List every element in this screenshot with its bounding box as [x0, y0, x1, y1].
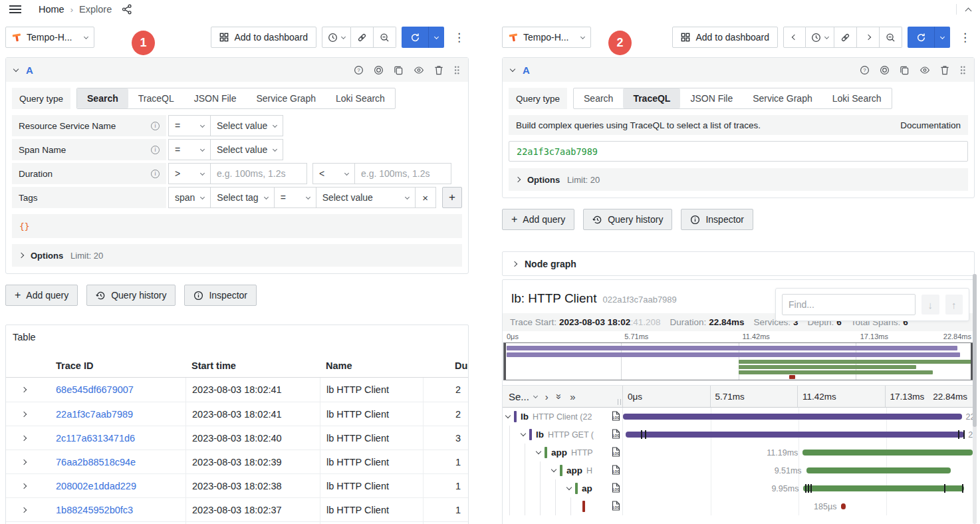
node-graph-panel[interactable]: Node graph [502, 251, 975, 276]
span-op-select[interactable]: = [168, 139, 211, 160]
breadcrumb-home[interactable]: Home [39, 4, 64, 15]
tab-json-file[interactable]: JSON File [680, 88, 743, 108]
span-bar[interactable] [623, 414, 962, 420]
drag-handle-icon[interactable] [959, 65, 966, 75]
disable-query-icon[interactable] [880, 65, 890, 75]
inspector-button[interactable]: Inspector [184, 285, 257, 306]
time-shift-forward-button[interactable] [857, 27, 880, 48]
help-icon[interactable]: ? [860, 65, 870, 75]
tab-search[interactable]: Search [574, 88, 623, 108]
duplicate-query-icon[interactable] [900, 65, 910, 75]
span-row[interactable]: LOG185µs [503, 497, 974, 515]
disable-query-icon[interactable] [374, 65, 384, 75]
span-logs-icon[interactable]: LOG [612, 501, 620, 511]
add-to-dashboard-button[interactable]: Add to dashboard [211, 27, 316, 48]
options-collapse[interactable]: Options Limit: 20 [12, 244, 462, 267]
col-name[interactable]: Name [320, 354, 423, 377]
tag-value-select[interactable]: Select value [316, 187, 416, 208]
row-expander[interactable] [6, 378, 38, 402]
span-row[interactable]: appHTTPLOG11.19ms [503, 444, 974, 461]
scrollbar[interactable] [973, 274, 977, 524]
collapse-query-icon[interactable] [510, 66, 515, 71]
find-input[interactable] [782, 294, 916, 315]
refresh-icon[interactable] [402, 27, 428, 48]
duration-max-op-select[interactable]: < [312, 163, 355, 184]
run-query-caret[interactable] [428, 27, 444, 48]
tag-op-select[interactable]: = [274, 187, 316, 208]
add-tag-button[interactable]: + [442, 187, 462, 208]
row-expander[interactable] [6, 498, 38, 521]
time-range-button[interactable] [322, 27, 351, 48]
tab-traceql[interactable]: TraceQL [128, 88, 184, 108]
trace-id-link[interactable]: 76aa2b88518c94e [56, 457, 136, 467]
col-duration[interactable]: Dura [423, 354, 468, 377]
trace-minimap[interactable] [503, 342, 973, 380]
duplicate-query-icon[interactable] [394, 65, 404, 75]
time-range-button[interactable] [806, 27, 834, 48]
add-query-button[interactable]: + Add query [5, 285, 78, 306]
span-collapse-icon[interactable] [536, 449, 541, 454]
documentation-link[interactable]: Documentation [900, 120, 961, 130]
query-row-header[interactable]: A ? [6, 58, 468, 82]
trace-id-link[interactable]: 1b88245952b0fc3 [56, 505, 133, 515]
trace-id-link[interactable]: 2c117a6313471d6 [56, 433, 135, 444]
datasource-picker[interactable]: Tempo-H... [5, 27, 94, 48]
row-expander[interactable] [6, 474, 38, 497]
span-logs-icon[interactable]: LOG [612, 411, 620, 421]
tag-name-select[interactable]: Select tag [210, 187, 274, 208]
service-column-select[interactable]: Se... [509, 391, 537, 402]
hide-response-icon[interactable] [414, 65, 424, 75]
refresh-icon[interactable] [908, 27, 934, 48]
inspector-button[interactable]: Inspector [681, 209, 753, 230]
zoom-out-button[interactable] [880, 27, 902, 48]
span-bar[interactable] [803, 485, 964, 491]
row-expander[interactable] [6, 450, 38, 473]
breadcrumb-explore[interactable]: Explore [79, 4, 112, 15]
query-history-button[interactable]: Query history [86, 285, 176, 306]
tab-service-graph[interactable]: Service Graph [246, 88, 325, 108]
span-row[interactable]: lbHTTP GET (LOG22 [503, 426, 974, 444]
duration-min-input[interactable] [210, 163, 307, 184]
remove-query-icon[interactable] [434, 65, 443, 75]
remove-tag-button[interactable]: × [415, 187, 436, 208]
link-split-button[interactable] [834, 27, 857, 48]
tag-scope-select[interactable]: span [168, 187, 211, 208]
query-row-header[interactable]: A ? [503, 58, 974, 82]
duration-max-input[interactable] [354, 163, 451, 184]
collapse-query-icon[interactable] [13, 66, 19, 71]
span-collapse-icon[interactable] [551, 467, 556, 472]
col-trace-id[interactable]: Trace ID [38, 354, 185, 377]
find-prev-button[interactable]: ↑ [945, 295, 963, 315]
tab-json-file[interactable]: JSON File [184, 88, 247, 108]
span-bar[interactable] [806, 467, 951, 473]
find-next-button[interactable]: ↓ [921, 295, 939, 315]
run-query-button[interactable] [402, 27, 444, 48]
span-bar[interactable] [802, 450, 973, 456]
row-expander[interactable] [6, 426, 38, 450]
options-collapse[interactable]: Options Limit: 20 [509, 168, 968, 191]
tab-loki-search[interactable]: Loki Search [326, 88, 395, 108]
add-query-button[interactable]: + Add query [502, 209, 574, 230]
kebab-menu-icon[interactable]: ⋮ [449, 29, 469, 46]
collapse-top-icon[interactable] [965, 7, 972, 14]
collapse-all-icon[interactable]: » [554, 394, 564, 399]
span-bar[interactable] [841, 503, 846, 509]
span-row[interactable]: appHLOG9.51ms [503, 461, 974, 479]
trace-id-link[interactable]: 68e545df6679007 [56, 384, 134, 395]
remove-query-icon[interactable] [940, 65, 949, 75]
tab-traceql[interactable]: TraceQL [623, 88, 680, 108]
col-start-time[interactable]: Start time [185, 354, 320, 377]
tab-service-graph[interactable]: Service Graph [743, 88, 822, 108]
span-collapse-icon[interactable] [505, 413, 511, 418]
datasource-picker[interactable]: Tempo-H... [502, 27, 591, 48]
duration-min-op-select[interactable]: > [168, 163, 211, 184]
run-query-button[interactable] [908, 27, 950, 48]
span-collapse-icon[interactable] [521, 431, 526, 436]
span-row[interactable]: lbHTTP Client (22LOG22 [503, 408, 974, 426]
span-logs-icon[interactable]: LOG [612, 465, 620, 475]
service-op-select[interactable]: = [168, 115, 211, 136]
hide-response-icon[interactable] [919, 65, 930, 75]
service-value-select[interactable]: Select value [210, 115, 283, 136]
column-resize-grip[interactable] [618, 399, 621, 405]
span-bar[interactable] [626, 432, 964, 438]
